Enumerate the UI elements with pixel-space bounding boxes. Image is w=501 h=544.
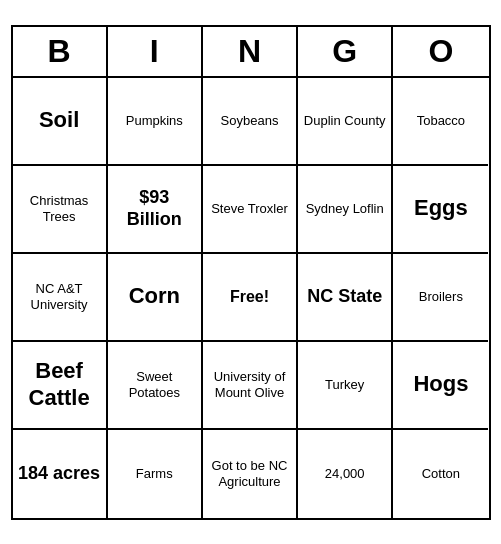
bingo-cell-20[interactable]: 184 acres: [13, 430, 108, 518]
letter-b: B: [13, 27, 108, 76]
bingo-cell-8[interactable]: Sydney Loflin: [298, 166, 393, 254]
bingo-cell-21[interactable]: Farms: [108, 430, 203, 518]
bingo-header: B I N G O: [13, 27, 489, 78]
bingo-cell-10[interactable]: NC A&T University: [13, 254, 108, 342]
bingo-cell-22[interactable]: Got to be NC Agriculture: [203, 430, 298, 518]
bingo-cell-16[interactable]: Sweet Potatoes: [108, 342, 203, 430]
bingo-cell-0[interactable]: Soil: [13, 78, 108, 166]
letter-g: G: [298, 27, 393, 76]
bingo-grid: SoilPumpkinsSoybeansDuplin CountyTobacco…: [13, 78, 489, 518]
bingo-cell-2[interactable]: Soybeans: [203, 78, 298, 166]
bingo-cell-3[interactable]: Duplin County: [298, 78, 393, 166]
bingo-cell-9[interactable]: Eggs: [393, 166, 488, 254]
letter-i: I: [108, 27, 203, 76]
bingo-cell-4[interactable]: Tobacco: [393, 78, 488, 166]
bingo-cell-11[interactable]: Corn: [108, 254, 203, 342]
bingo-cell-13[interactable]: NC State: [298, 254, 393, 342]
bingo-cell-1[interactable]: Pumpkins: [108, 78, 203, 166]
bingo-cell-17[interactable]: University of Mount Olive: [203, 342, 298, 430]
bingo-cell-5[interactable]: Christmas Trees: [13, 166, 108, 254]
bingo-cell-6[interactable]: $93 Billion: [108, 166, 203, 254]
bingo-cell-24[interactable]: Cotton: [393, 430, 488, 518]
bingo-cell-12[interactable]: Free!: [203, 254, 298, 342]
bingo-cell-14[interactable]: Broilers: [393, 254, 488, 342]
bingo-cell-23[interactable]: 24,000: [298, 430, 393, 518]
bingo-cell-19[interactable]: Hogs: [393, 342, 488, 430]
bingo-card: B I N G O SoilPumpkinsSoybeansDuplin Cou…: [11, 25, 491, 520]
bingo-cell-15[interactable]: Beef Cattle: [13, 342, 108, 430]
bingo-cell-18[interactable]: Turkey: [298, 342, 393, 430]
letter-o: O: [393, 27, 488, 76]
letter-n: N: [203, 27, 298, 76]
bingo-cell-7[interactable]: Steve Troxler: [203, 166, 298, 254]
